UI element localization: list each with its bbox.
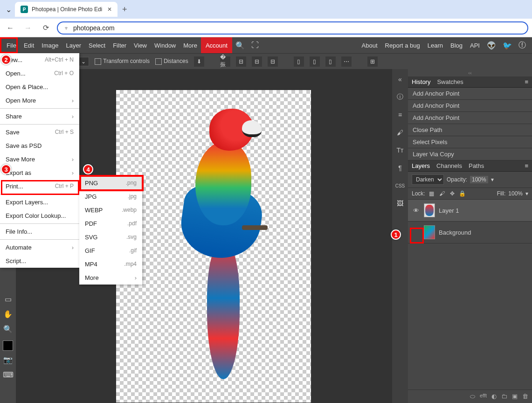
distribute-icon[interactable]: ▯: [325, 56, 336, 67]
link-icon[interactable]: ⬭: [470, 393, 475, 400]
browser-tab[interactable]: P Photopea | Online Photo Edi ✕: [15, 2, 117, 17]
panel-menu-icon[interactable]: ≡: [525, 162, 528, 169]
align-top-icon[interactable]: ⊟: [268, 56, 278, 67]
history-item[interactable]: Close Path: [408, 124, 532, 136]
distances-toggle[interactable]: Distances: [155, 58, 188, 65]
file-menu-item[interactable]: File Info...: [0, 225, 79, 238]
export-format-item[interactable]: MP4.mp4: [79, 257, 142, 271]
opacity-value[interactable]: 100%: [470, 176, 488, 183]
export-format-item[interactable]: PNG.png: [79, 176, 142, 190]
file-menu-item[interactable]: Export Color Lookup...: [0, 209, 79, 222]
export-format-item[interactable]: WEBP.webp: [79, 203, 142, 217]
download-icon[interactable]: ⬇: [194, 56, 204, 67]
align-left-icon[interactable]: �振: [220, 56, 230, 67]
fullscreen-icon[interactable]: ⛶: [248, 41, 262, 49]
visibility-icon[interactable]: 👁: [412, 207, 420, 214]
menu-view[interactable]: View: [130, 37, 151, 53]
lock-paint-icon[interactable]: 🖌: [438, 190, 446, 197]
chevron-down-icon[interactable]: ⌄: [4, 5, 13, 14]
link-report-bug[interactable]: Report a bug: [381, 37, 424, 53]
link-about[interactable]: About: [358, 37, 381, 53]
hand-tool-icon[interactable]: ✋: [2, 308, 14, 320]
blend-mode-select[interactable]: Darken: [412, 174, 444, 185]
brush-icon[interactable]: 🖌: [394, 127, 406, 138]
folder-icon[interactable]: 🗀: [501, 393, 507, 400]
menu-edit[interactable]: Edit: [20, 37, 38, 53]
menu-filter[interactable]: Filter: [109, 37, 130, 53]
export-format-item[interactable]: PDF.pdf: [79, 217, 142, 230]
site-info-icon[interactable]: ᯤ: [64, 25, 69, 31]
file-menu-item[interactable]: Export Layers...: [0, 195, 79, 209]
file-menu-item[interactable]: Open...Ctrl + O: [0, 67, 79, 80]
link-api[interactable]: API: [466, 37, 484, 53]
menu-image[interactable]: Image: [38, 37, 62, 53]
lock-transparent-icon[interactable]: ▦: [428, 190, 435, 197]
menu-account[interactable]: Account: [201, 37, 232, 53]
file-menu-item[interactable]: Script...: [0, 254, 79, 268]
facebook-icon[interactable]: ⓕ: [515, 41, 529, 50]
reddit-icon[interactable]: 👽: [484, 41, 499, 50]
panel-collapse-icon[interactable]: ‹‹: [408, 69, 532, 76]
file-menu-item[interactable]: Automate›: [0, 241, 79, 254]
keyboard-icon[interactable]: ⌨: [2, 368, 14, 381]
history-item[interactable]: Select Pixels: [408, 136, 532, 148]
collapse-icon[interactable]: «: [394, 74, 406, 85]
search-icon[interactable]: 🔍: [232, 41, 248, 50]
menu-window[interactable]: Window: [151, 37, 180, 53]
foreground-swatch[interactable]: [3, 340, 13, 351]
distribute-v-icon[interactable]: ▯: [310, 56, 320, 67]
css-icon[interactable]: CSS: [394, 180, 406, 191]
export-format-item[interactable]: JPG.jpg: [79, 190, 142, 203]
fx-icon[interactable]: efft: [480, 393, 487, 400]
back-button[interactable]: ←: [4, 24, 17, 32]
new-layer-icon[interactable]: ▣: [512, 393, 518, 400]
layer-row[interactable]: Background: [408, 222, 532, 243]
file-menu-item[interactable]: SaveCtrl + S: [0, 125, 79, 139]
tab-channels[interactable]: Channels: [436, 162, 462, 169]
tab-layers[interactable]: Layers: [412, 162, 430, 169]
paragraph-icon[interactable]: ¶: [394, 162, 406, 174]
panel-menu-icon[interactable]: ≡: [525, 78, 528, 85]
lock-move-icon[interactable]: ✥: [449, 190, 456, 197]
file-menu-item[interactable]: Save as PSD: [0, 139, 79, 153]
history-item[interactable]: Add Anchor Point: [408, 88, 532, 100]
export-format-item[interactable]: More›: [79, 271, 142, 285]
lock-all-icon[interactable]: 🔒: [459, 190, 466, 197]
tab-paths[interactable]: Paths: [469, 162, 484, 169]
camera-icon[interactable]: 📷: [2, 354, 14, 366]
layer-thumbnail[interactable]: [424, 225, 435, 239]
history-item[interactable]: Layer Via Copy: [408, 148, 532, 160]
menu-select[interactable]: Select: [85, 37, 109, 53]
type-icon[interactable]: Tт: [394, 145, 406, 156]
menu-layer[interactable]: Layer: [62, 37, 85, 53]
rect-tool-icon[interactable]: ▭: [2, 293, 14, 305]
twitter-icon[interactable]: 🐦: [499, 41, 515, 50]
info-icon[interactable]: ⓘ: [394, 91, 406, 103]
history-item[interactable]: Add Anchor Point: [408, 112, 532, 124]
export-format-item[interactable]: GIF.gif: [79, 244, 142, 257]
address-bar[interactable]: ᯤ photopea.com: [57, 21, 528, 35]
fill-slider-icon[interactable]: ▾: [525, 190, 528, 197]
canvas[interactable]: [116, 90, 311, 403]
transform-controls-toggle[interactable]: Transform controls: [95, 58, 150, 65]
adjust-icon[interactable]: ≡: [394, 109, 406, 120]
layer-row[interactable]: 👁 Layer 1: [408, 200, 532, 222]
forward-button[interactable]: →: [21, 24, 35, 32]
opacity-slider-icon[interactable]: ▾: [491, 176, 494, 183]
file-menu-item[interactable]: New...Alt+Ctrl + N: [0, 53, 79, 67]
tab-history[interactable]: History: [412, 78, 430, 85]
file-menu-item[interactable]: Export as›: [0, 166, 79, 180]
layer-thumbnail[interactable]: [424, 203, 435, 217]
image-icon[interactable]: 🖼: [394, 198, 406, 209]
fill-value[interactable]: 100%: [508, 190, 523, 197]
menu-file[interactable]: File: [3, 37, 20, 53]
file-menu-item[interactable]: Open More›: [0, 94, 79, 107]
close-icon[interactable]: ✕: [107, 6, 112, 13]
more-opts-icon[interactable]: ⋯: [341, 56, 352, 67]
file-menu-item[interactable]: Save More›: [0, 153, 79, 166]
distribute-h-icon[interactable]: ▯: [294, 56, 304, 67]
new-tab-button[interactable]: +: [117, 5, 132, 14]
grid-icon[interactable]: ⊞: [367, 56, 378, 67]
file-menu-item[interactable]: Share›: [0, 110, 79, 123]
link-learn[interactable]: Learn: [424, 37, 447, 53]
